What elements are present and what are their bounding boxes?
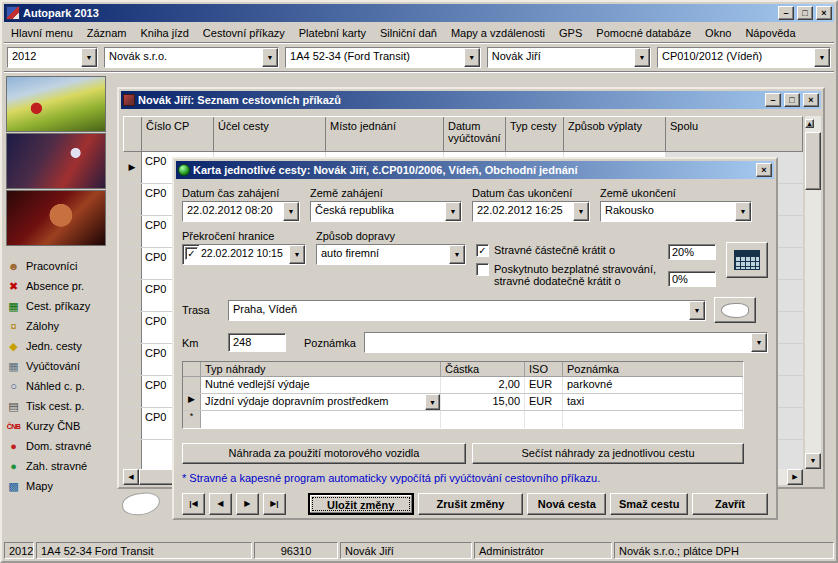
column-header[interactable]: Účel cesty [214,117,326,151]
travel-order-combo[interactable]: CP010/2012 (Vídeň) [657,47,831,68]
sidebar-item-pracovnici[interactable]: ☻Pracovníci [6,256,112,276]
sidebar-item-absence[interactable]: ✖Absence pr. [6,276,112,296]
menu-zaznam[interactable]: Záznam [80,25,134,41]
chevron-down-icon[interactable] [634,48,650,67]
sum-compensation-button[interactable]: Sečíst náhrady za jednotlivou cestu [472,443,744,464]
new-trip-button[interactable]: Nová cesta [527,493,606,515]
menu-okno[interactable]: Okno [698,25,738,41]
close-icon[interactable]: × [756,163,772,177]
free-meals-checkbox[interactable] [476,263,489,276]
cell-type[interactable]: Nutné vedlejší výdaje [201,377,441,393]
grid-row-new[interactable]: * [183,411,743,428]
scroll-left-icon[interactable]: ◀ [123,469,139,485]
dialog-titlebar[interactable]: Karta jednotlivé cesty: Novák Jiří, č.CP… [176,161,774,179]
year-combo[interactable]: 2012 [7,47,98,68]
km-input[interactable]: 248 [228,333,286,352]
menu-napoveda[interactable]: Nápověda [738,25,802,41]
close-button[interactable]: × [803,93,819,107]
vehicle-combo[interactable]: 1A4 52-34 (Ford Transit) [285,47,481,68]
scroll-down-icon[interactable]: ▼ [805,453,821,469]
menu-kniha-jizd[interactable]: Kniha jízd [134,25,196,41]
vertical-scrollbar[interactable]: ▲ ▼ [805,116,821,469]
save-button[interactable]: Uložit změny [308,493,414,515]
sidebar-item-kurzy-cnb[interactable]: ČNBKurzy ČNB [6,416,112,436]
start-country-combo[interactable]: Česká republika [310,201,462,222]
calculator-button[interactable] [726,242,768,278]
start-datetime-combo[interactable]: 22.02.2012 08:20 [182,201,300,222]
chevron-down-icon[interactable] [751,333,767,352]
chevron-down-icon[interactable] [289,245,305,264]
sidebar-item-dom-stravne[interactable]: ●Dom. stravné [6,436,112,456]
end-datetime-combo[interactable]: 22.02.2012 16:25 [472,201,590,222]
column-header[interactable]: Místo jednání [326,117,444,151]
column-header[interactable]: Datum vyúčtování [444,117,506,151]
menu-platebni-karty[interactable]: Platební karty [292,25,373,41]
compensation-type-combo[interactable]: Jízdní výdaje dopravním prostředkem [201,394,441,410]
grid-row[interactable]: Nutné vedlejší výdaje 2,00 EUR parkovné [183,377,743,394]
sidebar-item-zalohy[interactable]: ¤Zálohy [6,316,112,336]
sidebar-item-mapy[interactable]: ▩Mapy [6,476,112,496]
chevron-down-icon[interactable] [262,48,278,67]
route-combo[interactable]: Praha, Vídeň [228,300,706,321]
sidebar-item-vyuctovani[interactable]: ▦Vyúčtování [6,356,112,376]
restore-button[interactable]: □ [784,93,800,107]
column-header[interactable]: Typ cesty [506,117,564,151]
scrollbar-thumb[interactable] [805,132,821,190]
menu-mapy-a-vzdalenosti[interactable]: Mapy a vzdálenosti [444,25,552,41]
next-record-button[interactable]: ▶ [236,493,259,515]
cell-amount[interactable]: 2,00 [441,377,525,393]
transport-combo[interactable]: auto firemní [316,244,466,265]
menu-silnicni-dan[interactable]: Silniční daň [373,25,444,41]
sidebar-item-jedn-cesty[interactable]: ◆Jedn. cesty [6,336,112,356]
cell-type[interactable] [201,411,441,428]
minimize-button[interactable]: – [778,6,794,20]
chevron-down-icon[interactable] [81,48,97,67]
cancel-changes-button[interactable]: Zrušit změny [418,493,524,515]
chevron-down-icon[interactable] [445,202,461,221]
first-record-button[interactable]: |◀ [182,493,205,515]
menu-gps[interactable]: GPS [552,25,589,41]
delete-trip-button[interactable]: Smaž cestu [610,493,688,515]
scroll-right-icon[interactable]: ▶ [787,469,803,485]
column-header[interactable]: Způsob výplaty [564,117,666,151]
menu-hlavni-menu[interactable]: Hlavní menu [4,25,80,41]
sidebar-item-tisk[interactable]: ▤Tisk cest. p. [6,396,112,416]
meal-reduce-checkbox[interactable]: ✓ [476,244,489,257]
note-combo[interactable] [364,332,768,353]
chevron-down-icon[interactable] [449,245,465,264]
end-country-combo[interactable]: Rakousko [600,201,752,222]
border-cross-checkbox[interactable]: ✓ [185,247,198,260]
chevron-down-icon[interactable] [283,202,299,221]
vehicle-compensation-button[interactable]: Náhrada za použití motorového vozidla [182,443,466,464]
meal-reduce-input[interactable]: 20% [668,244,716,260]
cell-amount[interactable]: 15,00 [441,394,525,410]
column-header[interactable]: Číslo CP [142,117,214,151]
scroll-up-icon[interactable]: ▲ [805,119,814,128]
menu-pomocne-databaze[interactable]: Pomocné databáze [589,25,698,41]
last-record-button[interactable]: ▶| [263,493,286,515]
prev-record-button[interactable]: ◀ [209,493,232,515]
close-dialog-button[interactable]: Zavřít [692,493,768,515]
cell-iso[interactable]: EUR [525,377,563,393]
map-button[interactable] [714,297,756,323]
border-cross-combo[interactable]: ✓ 22.02.2012 10:15 [182,244,306,265]
cell-note[interactable]: parkovné [563,377,743,393]
close-button[interactable]: × [816,6,832,20]
cell-iso[interactable] [525,411,563,428]
free-meals-input[interactable]: 0% [668,271,716,287]
minimize-button[interactable]: – [765,93,781,107]
chevron-down-icon[interactable] [689,301,705,320]
list-window-titlebar[interactable]: Novák Jiří: Seznam cestovních příkazů – … [121,91,821,109]
cell-iso[interactable]: EUR [525,394,563,410]
chevron-down-icon[interactable] [464,48,480,67]
main-titlebar[interactable]: Autopark 2013 – □ × [4,4,834,22]
maximize-button[interactable]: □ [797,6,813,20]
chevron-down-icon[interactable] [573,202,589,221]
sidebar-item-zah-stravne[interactable]: ●Zah. stravné [6,456,112,476]
chevron-down-icon[interactable] [425,394,440,410]
column-header[interactable]: Spolu [666,117,802,151]
company-combo[interactable]: Novák s.r.o. [104,47,279,68]
sidebar-item-cest-prikazy[interactable]: ▦Cest. příkazy [6,296,112,316]
chevron-down-icon[interactable] [814,48,830,67]
driver-combo[interactable]: Novák Jiří [487,47,651,68]
